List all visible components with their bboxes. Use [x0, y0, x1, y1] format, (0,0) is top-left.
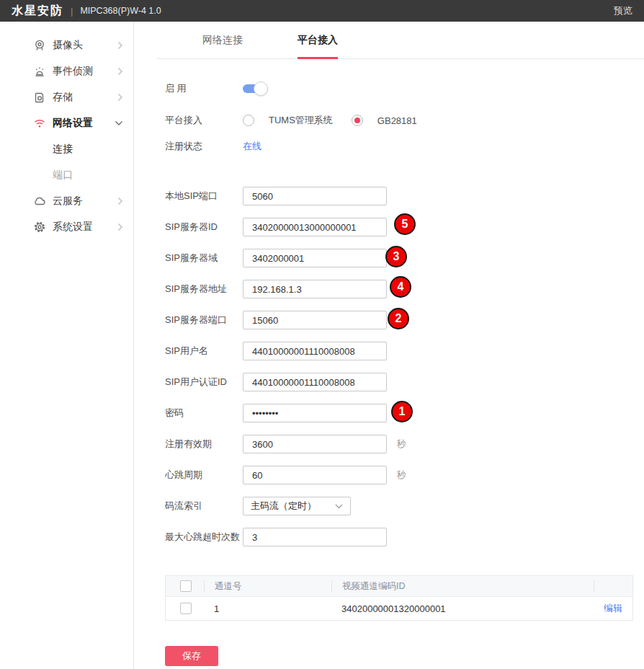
table-row: 1 34020000001320000001 编辑 [166, 596, 632, 620]
form-row: 密码 1 [165, 403, 644, 423]
field-label: 启 用 [165, 82, 243, 95]
sidebar-item-storage[interactable]: 存储 [0, 84, 133, 110]
registration-status-value: 在线 [243, 140, 261, 153]
select-all-checkbox[interactable] [180, 580, 192, 592]
enable-toggle[interactable] [243, 81, 270, 96]
platform-access-form: 启 用 平台接入 TUMS管理系统 GB28181 [135, 59, 644, 547]
field-label: SIP用户认证ID [165, 376, 243, 389]
field-label: 平台接入 [165, 114, 243, 127]
annotation-badge-5: 5 [394, 213, 416, 235]
brand-logo: 水星安防 [12, 4, 63, 19]
field-label: 码流索引 [165, 500, 243, 513]
form-row: SIP用户认证ID [165, 372, 644, 392]
chevron-right-icon [117, 93, 123, 102]
seconds-suffix: 秒 [397, 438, 406, 451]
column-header-video-id: 视频通道编码ID [331, 580, 594, 592]
field-label: SIP服务器地址 [165, 283, 243, 296]
selected-option: 主码流（定时） [251, 500, 316, 513]
logo-divider: | [71, 6, 73, 17]
form-row: SIP服务器地址 4 [165, 279, 644, 299]
field-label: 密码 [165, 407, 243, 420]
form-row: 心跳周期 秒 [165, 465, 644, 485]
field-label: SIP服务器ID [165, 221, 243, 234]
preview-link[interactable]: 预览 [614, 4, 632, 17]
chevron-right-icon [117, 223, 123, 231]
chevron-right-icon [117, 41, 123, 50]
sip-server-domain-input[interactable] [243, 249, 387, 267]
form-row: 最大心跳超时次数 [165, 527, 644, 547]
sidebar-item-label: 摄像头 [53, 39, 83, 52]
sidebar-item-event-detection[interactable]: 事件侦测 [0, 58, 133, 84]
form-row: 本地SIP端口 [165, 186, 644, 206]
field-label: 注册有效期 [165, 438, 243, 451]
register-validity-input[interactable] [243, 435, 387, 453]
field-label: 最大心跳超时次数 [165, 531, 243, 544]
form-row: SIP服务器ID 5 [165, 217, 644, 237]
chevron-right-icon [117, 67, 123, 76]
sidebar-subitem-label: 连接 [53, 143, 73, 156]
sidebar-item-label: 系统设置 [53, 221, 93, 234]
password-input[interactable] [243, 404, 387, 422]
wifi-icon [33, 117, 46, 130]
tab-platform-access[interactable]: 平台接入 [298, 22, 338, 59]
field-label: SIP用户名 [165, 345, 243, 358]
chevron-down-icon [335, 504, 343, 509]
column-header-actions [594, 580, 632, 592]
camera-icon [33, 39, 46, 52]
sidebar-subitem-connection[interactable]: 连接 [0, 136, 133, 162]
tab-network-connection[interactable]: 网络连接 [202, 22, 243, 59]
topbar: 水星安防 | MIPC368(P)W-4 1.0 预览 [0, 0, 644, 22]
radio-gb28181[interactable]: GB28181 [352, 115, 417, 126]
radio-circle [243, 115, 254, 126]
field-label: SIP服务器域 [165, 252, 243, 265]
sip-server-id-input[interactable] [243, 218, 387, 236]
sip-user-auth-id-input[interactable] [243, 373, 387, 391]
platform-radio-group: TUMS管理系统 GB28181 [243, 114, 417, 127]
sidebar-item-camera[interactable]: 摄像头 [0, 32, 133, 58]
sidebar-item-cloud-service[interactable]: 云服务 [0, 188, 133, 214]
sip-server-port-input[interactable] [243, 311, 387, 329]
channel-number-cell: 1 [204, 603, 331, 614]
sidebar-item-label: 网络设置 [53, 117, 93, 130]
sidebar-subitem-port[interactable]: 端口 [0, 162, 133, 188]
sidebar-item-system-settings[interactable]: 系统设置 [0, 214, 133, 240]
row-checkbox[interactable] [180, 603, 192, 614]
local-sip-port-input[interactable] [243, 187, 387, 205]
edit-link[interactable]: 编辑 [604, 603, 622, 613]
sidebar-item-network-settings[interactable]: 网络设置 [0, 110, 133, 136]
cloud-icon [33, 195, 46, 208]
form-row-enable: 启 用 [165, 79, 644, 99]
field-label: 注册状态 [165, 140, 243, 153]
form-row-platform: 平台接入 TUMS管理系统 GB28181 [165, 110, 644, 130]
field-label: 本地SIP端口 [165, 190, 243, 203]
gear-icon [33, 221, 46, 234]
device-model: MIPC368(P)W-4 1.0 [80, 6, 161, 16]
sip-server-address-input[interactable] [243, 280, 387, 298]
tabbar: 网络连接 平台接入 [157, 22, 644, 59]
radio-tums[interactable]: TUMS管理系统 [243, 114, 333, 127]
tab-label: 网络连接 [202, 34, 243, 47]
sidebar-item-label: 存储 [53, 91, 73, 104]
form-row: SIP用户名 [165, 341, 644, 361]
heartbeat-period-input[interactable] [243, 466, 387, 484]
stream-index-select[interactable]: 主码流（定时） [243, 497, 351, 515]
form-row: SIP服务器端口 2 [165, 310, 644, 330]
max-heartbeat-timeout-input[interactable] [243, 528, 387, 546]
tab-label: 平台接入 [298, 34, 338, 47]
sidebar: 摄像头 事件侦测 存储 [0, 22, 134, 669]
sidebar-item-label: 事件侦测 [53, 65, 93, 78]
column-header-channel: 通道号 [204, 580, 331, 592]
form-row: SIP服务器域 3 [165, 248, 644, 268]
field-label: SIP服务器端口 [165, 314, 243, 327]
save-button[interactable]: 保存 [165, 646, 218, 666]
table-header-row: 通道号 视频通道编码ID [166, 576, 632, 596]
toggle-knob [254, 81, 268, 96]
annotation-badge-3: 3 [385, 246, 407, 267]
sidebar-item-label: 云服务 [53, 195, 83, 208]
channel-table: 通道号 视频通道编码ID 1 34020000001320000001 编辑 [165, 575, 633, 621]
sip-username-input[interactable] [243, 342, 387, 360]
annotation-badge-4: 4 [390, 276, 411, 298]
form-row: 码流索引 主码流（定时） [165, 496, 644, 516]
radio-label: GB28181 [377, 115, 417, 126]
seconds-suffix: 秒 [397, 469, 406, 482]
